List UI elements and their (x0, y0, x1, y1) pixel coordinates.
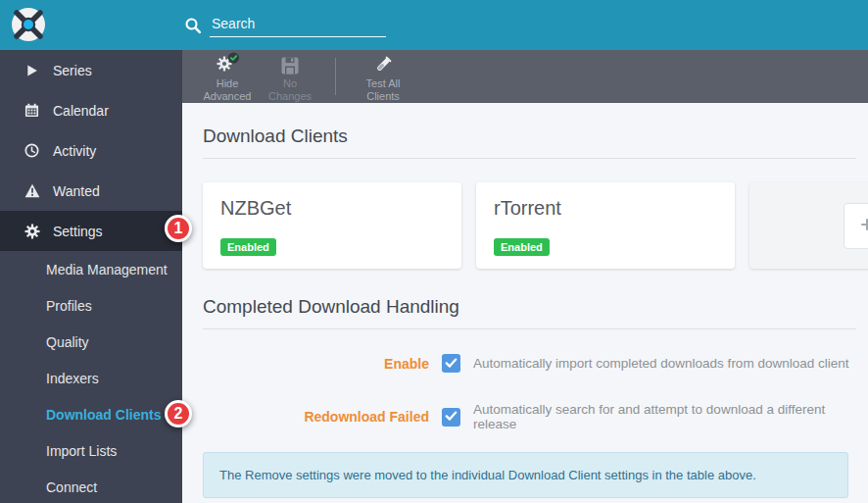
sidebar-item-quality[interactable]: Quality (0, 324, 182, 360)
sonarr-logo-icon[interactable] (11, 7, 46, 42)
sidebar-item-label: Series (53, 63, 92, 78)
add-download-client-button[interactable] (844, 203, 868, 249)
sub-item-label: Indexers (46, 371, 99, 386)
top-bar (0, 0, 868, 50)
client-card-nzbget[interactable]: NZBGet Enabled (203, 182, 461, 269)
sidebar-item-indexers[interactable]: Indexers (0, 360, 182, 396)
client-card-rtorrent[interactable]: rTorrent Enabled (476, 182, 735, 269)
play-icon (24, 63, 40, 78)
search-icon (184, 17, 202, 34)
gears-icon (24, 224, 40, 239)
clock-icon (24, 143, 40, 159)
toolbar-divider (335, 58, 336, 95)
status-badge: Enabled (494, 238, 550, 256)
sub-item-label: Profiles (46, 298, 92, 314)
redownload-failed-checkbox[interactable] (442, 408, 460, 427)
test-tube-icon (372, 52, 394, 75)
status-badge: Enabled (220, 238, 276, 256)
sub-item-label: Download Clients (46, 407, 161, 423)
search-input[interactable] (210, 14, 386, 37)
sidebar-item-calendar[interactable]: Calendar (0, 90, 182, 130)
gear-check-icon (215, 52, 241, 75)
enable-checkbox[interactable] (442, 354, 460, 373)
hide-advanced-button[interactable]: Hide Advanced (198, 50, 257, 103)
sidebar-item-profiles[interactable]: Profiles (0, 287, 182, 324)
search-bar (182, 0, 386, 50)
sidebar-item-label: Calendar (53, 103, 109, 119)
download-clients-heading: Download Clients (203, 103, 856, 159)
sub-item-label: Quality (46, 334, 89, 350)
plus-icon (860, 218, 868, 235)
sidebar-item-label: Activity (53, 143, 96, 159)
toolbar-button-label: Hide Advanced (198, 77, 257, 103)
toolbar-button-label: Test All Clients (354, 77, 412, 103)
sub-item-label: Media Management (46, 262, 168, 277)
download-clients-cards: NZBGet Enabled rTorrent Enabled (203, 182, 868, 269)
enable-label: Enable (203, 356, 429, 372)
sidebar: Series Calendar Activity (0, 50, 182, 503)
sidebar-item-wanted[interactable]: Wanted (0, 171, 182, 211)
annotation-circle-1: 1 (165, 215, 192, 242)
sidebar-item-series[interactable]: Series (0, 50, 182, 90)
annotation-circle-2: 2 (165, 400, 192, 428)
checkmark-icon (445, 355, 458, 373)
page-toolbar: Hide Advanced No Changes Test All (182, 50, 868, 103)
sidebar-item-activity[interactable]: Activity (0, 130, 182, 171)
info-message-box: The Remove settings were moved to the in… (203, 452, 848, 498)
floppy-disk-icon (280, 52, 300, 75)
calendar-icon (24, 103, 40, 119)
enable-setting-row: Enable Automatically import completed do… (203, 354, 868, 373)
settings-subnav: Media Management Profiles Quality Indexe… (0, 251, 182, 503)
add-download-client-card[interactable] (749, 182, 868, 269)
sidebar-item-label: Settings (53, 224, 103, 239)
save-no-changes-button[interactable]: No Changes (261, 50, 319, 103)
sidebar-item-import-lists[interactable]: Import Lists (0, 432, 182, 469)
sub-item-label: Import Lists (46, 443, 117, 459)
checkmark-icon (445, 408, 458, 426)
settings-content: Download Clients NZBGet Enabled rTorrent… (182, 103, 868, 503)
sub-item-label: Connect (46, 479, 97, 495)
test-all-clients-button[interactable]: Test All Clients (354, 50, 412, 103)
warning-icon (24, 183, 40, 199)
redownload-failed-setting-row: Redownload Failed Automatically search f… (203, 402, 868, 431)
client-name: NZBGet (220, 197, 444, 220)
sidebar-item-label: Wanted (53, 183, 100, 199)
sidebar-item-download-clients[interactable]: Download Clients (0, 396, 182, 432)
annotation-number: 2 (174, 405, 183, 423)
sidebar-item-settings[interactable]: Settings (0, 211, 182, 251)
sidebar-item-media-management[interactable]: Media Management (0, 251, 182, 287)
client-name: rTorrent (494, 197, 717, 220)
enable-help-text: Automatically import completed downloads… (473, 356, 848, 371)
redownload-failed-help-text: Automatically search for and attempt to … (473, 402, 868, 431)
redownload-failed-label: Redownload Failed (203, 409, 429, 425)
annotation-number: 1 (174, 220, 183, 237)
completed-download-handling-heading: Completed Download Handling (203, 269, 856, 329)
toolbar-button-label: No Changes (261, 77, 319, 103)
sidebar-item-connect[interactable]: Connect (0, 469, 182, 503)
